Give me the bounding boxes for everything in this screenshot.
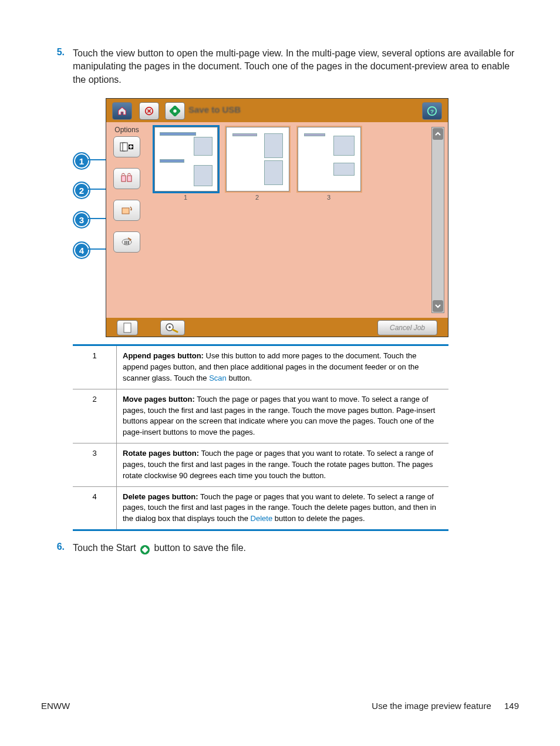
rotate-pages-button[interactable] — [113, 200, 140, 221]
row-description: Append pages button: Use this button to … — [117, 345, 449, 389]
row-number: 1 — [73, 345, 117, 389]
svg-rect-13 — [124, 241, 126, 244]
page-thumbnail-3-label: 3 — [298, 194, 360, 201]
svg-rect-12 — [122, 208, 129, 214]
thumbnail-content — [230, 131, 285, 187]
table-row: 4 Delete pages button: Touch the page or… — [73, 486, 448, 530]
delete-pages-button[interactable] — [113, 231, 140, 253]
close-icon — [144, 106, 154, 116]
thumbnail-content — [302, 131, 357, 187]
step-6: 6. Touch the Start button to save the fi… — [41, 542, 519, 555]
help-icon: ? — [427, 106, 437, 116]
svg-rect-10 — [122, 176, 126, 182]
thumbnail-content — [158, 131, 214, 187]
step-5-number: 5. — [41, 47, 73, 86]
start-button-titlebar[interactable] — [165, 102, 185, 120]
svg-rect-16 — [124, 323, 131, 332]
svg-rect-20 — [142, 547, 148, 553]
table-row: 2 Move pages button: Touch the page or p… — [73, 389, 448, 443]
scroll-up-button[interactable] — [433, 128, 443, 140]
page-thumbnail-2[interactable] — [226, 127, 289, 191]
footer-bar: Cancel Job — [106, 318, 448, 337]
options-sidebar: Options — [111, 126, 143, 263]
callout-badge-3: 3 — [73, 211, 90, 228]
delete-pages-icon — [120, 236, 134, 248]
zoom-icon — [165, 322, 180, 333]
footer-right: Use the image preview feature 149 — [372, 701, 519, 711]
svg-text:?: ? — [430, 108, 434, 115]
close-button[interactable] — [139, 102, 159, 120]
printer-screen: Save to USB ? Options — [106, 98, 448, 337]
callout-badge-4: 4 — [73, 241, 90, 259]
table-row: 3 Rotate pages button: Touch the page or… — [73, 443, 448, 487]
home-button[interactable] — [112, 102, 132, 120]
table-row: 1 Append pages button: Use this button t… — [73, 345, 448, 389]
svg-rect-9 — [129, 146, 133, 147]
options-label: Options — [111, 126, 143, 134]
footer-left: ENWW — [41, 701, 70, 711]
row-description: Delete pages button: Touch the page or p… — [117, 486, 449, 530]
chevron-up-icon — [435, 131, 441, 137]
home-icon — [117, 106, 127, 116]
rotate-pages-icon — [120, 204, 134, 216]
callout-badge-1: 1 — [73, 152, 90, 170]
start-icon — [170, 106, 180, 116]
page-thumbnail-3[interactable] — [298, 127, 361, 191]
cancel-job-button[interactable]: Cancel Job — [377, 320, 437, 335]
start-icon-inline — [140, 545, 150, 555]
row-number: 2 — [73, 389, 117, 443]
svg-rect-15 — [128, 241, 129, 244]
svg-rect-6 — [123, 143, 127, 151]
screen-title: Save to USB — [188, 105, 241, 115]
append-pages-button[interactable] — [113, 136, 140, 157]
page-thumbnail-1-label: 1 — [154, 194, 217, 201]
callout-badge-2: 2 — [73, 182, 90, 199]
step-6-text: Touch the Start button to save the file. — [73, 542, 519, 555]
page-footer: ENWW Use the image preview feature 149 — [41, 701, 519, 711]
move-pages-button[interactable] — [113, 168, 140, 189]
row-description: Rotate pages button: Touch the page or p… — [117, 443, 449, 487]
row-number: 3 — [73, 443, 117, 487]
step-5: 5. Touch the view button to open the mul… — [41, 47, 519, 86]
single-page-view-button[interactable] — [117, 320, 138, 335]
step-6-number: 6. — [41, 542, 73, 555]
preview-area: 1 2 3 — [151, 127, 431, 313]
page-thumbnail-1[interactable] — [154, 127, 218, 191]
scroll-down-button[interactable] — [433, 300, 443, 312]
button-description-table: 1 Append pages button: Use this button t… — [73, 344, 448, 531]
zoom-button[interactable] — [160, 320, 185, 335]
page-number: 149 — [504, 701, 519, 711]
move-pages-icon — [119, 173, 134, 184]
page-icon — [123, 322, 132, 333]
printer-screenshot-figure: 1 2 3 4 Save to USB ? — [73, 98, 448, 337]
step-5-text: Touch the view button to open the multi-… — [73, 47, 519, 86]
title-bar: Save to USB ? — [106, 99, 448, 122]
svg-point-2 — [173, 109, 176, 112]
svg-rect-11 — [127, 176, 131, 182]
chevron-down-icon — [435, 303, 441, 309]
row-number: 4 — [73, 486, 117, 530]
row-description: Move pages button: Touch the page or pag… — [117, 389, 449, 443]
svg-rect-14 — [126, 241, 127, 244]
help-button[interactable]: ? — [422, 102, 442, 120]
append-pages-icon — [119, 141, 134, 153]
scroll-bar[interactable] — [431, 127, 444, 313]
page-thumbnail-2-label: 2 — [226, 194, 288, 201]
